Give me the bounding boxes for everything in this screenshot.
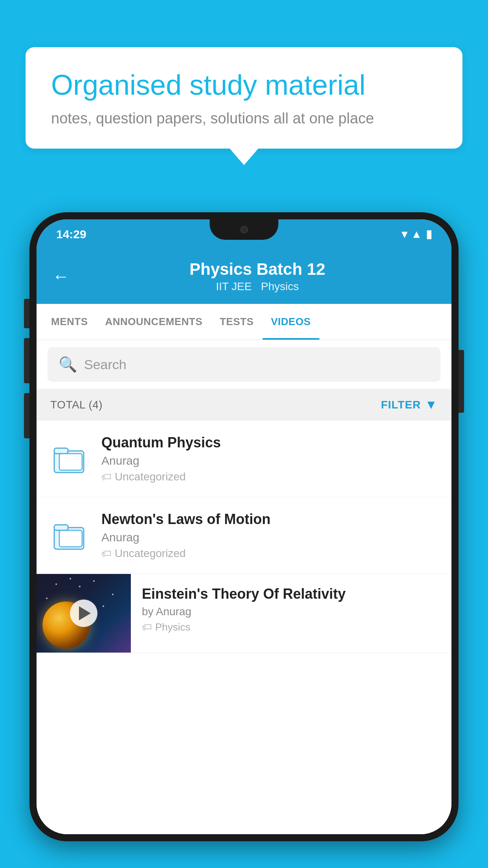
tag-label: Uncategorized bbox=[115, 471, 186, 483]
filter-bar: TOTAL (4) FILTER ▼ bbox=[37, 389, 451, 421]
search-placeholder: Search bbox=[84, 357, 127, 372]
svg-rect-5 bbox=[59, 530, 82, 547]
speech-bubble: Organised study material notes, question… bbox=[26, 47, 462, 149]
filter-button[interactable]: FILTER ▼ bbox=[381, 397, 438, 412]
folder-icon bbox=[52, 518, 88, 553]
tag-icon: 🏷 bbox=[101, 548, 112, 560]
item-info: Quantum Physics Anurag 🏷 Uncategorized bbox=[101, 434, 438, 483]
tag-label: Physics bbox=[155, 621, 191, 633]
header-subtitle-iit: IIT JEE bbox=[216, 280, 251, 292]
header-title: Physics Batch 12 bbox=[79, 260, 436, 279]
item-tag: 🏷 Uncategorized bbox=[101, 547, 438, 560]
status-bar: 14:29 ▾ ▲ ▮ bbox=[37, 219, 451, 249]
video-author: by Anurag bbox=[142, 605, 440, 618]
speech-bubble-area: Organised study material notes, question… bbox=[26, 47, 462, 149]
svg-rect-2 bbox=[59, 454, 82, 470]
search-bar-area: 🔍 Search bbox=[37, 340, 451, 389]
tab-tests[interactable]: TESTS bbox=[211, 304, 262, 340]
item-author: Anurag bbox=[101, 531, 438, 544]
video-title: Einstein's Theory Of Relativity bbox=[142, 586, 440, 602]
folder-icon bbox=[52, 441, 88, 476]
speech-bubble-subtitle: notes, question papers, solutions all at… bbox=[51, 110, 437, 127]
item-author: Anurag bbox=[101, 454, 438, 467]
filter-label: FILTER bbox=[381, 399, 421, 411]
list-area: Quantum Physics Anurag 🏷 Uncategorized bbox=[37, 421, 451, 834]
item-tag: 🏷 Uncategorized bbox=[101, 471, 438, 483]
item-icon-area bbox=[50, 439, 90, 478]
phone-btn-camera bbox=[24, 393, 29, 438]
tag-label: Uncategorized bbox=[115, 547, 186, 560]
list-item[interactable]: Quantum Physics Anurag 🏷 Uncategorized bbox=[37, 421, 451, 497]
tag-icon: 🏷 bbox=[142, 621, 152, 633]
svg-rect-4 bbox=[54, 525, 68, 530]
search-icon: 🔍 bbox=[59, 356, 77, 373]
notch-area: 14:29 ▾ ▲ ▮ bbox=[37, 219, 451, 249]
item-title: Quantum Physics bbox=[101, 434, 438, 451]
item-icon-area bbox=[50, 516, 90, 555]
speech-bubble-title: Organised study material bbox=[51, 69, 437, 101]
wifi-icon: ▾ bbox=[402, 228, 407, 241]
status-time: 14:29 bbox=[56, 228, 86, 241]
filter-icon: ▼ bbox=[425, 397, 438, 412]
header-center: Physics Batch 12 IIT JEE Physics bbox=[79, 260, 436, 293]
phone-btn-power bbox=[459, 350, 464, 413]
signal-icon: ▲ bbox=[411, 228, 422, 241]
search-input-wrapper[interactable]: 🔍 Search bbox=[48, 347, 440, 382]
video-tag: 🏷 Physics bbox=[142, 621, 440, 633]
list-item-video[interactable]: Einstein's Theory Of Relativity by Anura… bbox=[37, 574, 451, 653]
tab-announcements[interactable]: ANNOUNCEMENTS bbox=[97, 304, 211, 340]
tab-ments[interactable]: MENTS bbox=[42, 304, 97, 340]
item-info: Newton's Laws of Motion Anurag 🏷 Uncateg… bbox=[101, 511, 438, 560]
total-count-label: TOTAL (4) bbox=[50, 399, 103, 411]
app-header: ← Physics Batch 12 IIT JEE Physics bbox=[37, 249, 451, 304]
status-icons: ▾ ▲ ▮ bbox=[402, 228, 432, 241]
svg-rect-1 bbox=[54, 448, 68, 454]
video-thumbnail bbox=[37, 574, 131, 653]
header-subtitle: IIT JEE Physics bbox=[79, 280, 436, 293]
play-triangle-icon bbox=[79, 606, 91, 620]
phone-btn-volume-down bbox=[24, 338, 29, 383]
tabs-bar: MENTS ANNOUNCEMENTS TESTS VIDEOS bbox=[37, 304, 451, 340]
item-title: Newton's Laws of Motion bbox=[101, 511, 438, 528]
battery-icon: ▮ bbox=[426, 228, 432, 241]
tag-icon: 🏷 bbox=[101, 471, 112, 483]
video-info: Einstein's Theory Of Relativity by Anura… bbox=[131, 574, 451, 645]
phone-wrapper: 14:29 ▾ ▲ ▮ ← Physics Batch 12 II bbox=[29, 212, 459, 868]
header-subtitle-physics: Physics bbox=[261, 280, 299, 292]
app-content: ← Physics Batch 12 IIT JEE Physics MENTS… bbox=[37, 249, 451, 834]
tab-videos[interactable]: VIDEOS bbox=[262, 304, 319, 340]
back-button[interactable]: ← bbox=[52, 267, 70, 286]
phone-btn-volume-up bbox=[24, 299, 29, 328]
play-button[interactable] bbox=[70, 600, 97, 627]
phone-outer: 14:29 ▾ ▲ ▮ ← Physics Batch 12 II bbox=[29, 212, 459, 841]
phone-inner: 14:29 ▾ ▲ ▮ ← Physics Batch 12 II bbox=[37, 219, 451, 834]
list-item[interactable]: Newton's Laws of Motion Anurag 🏷 Uncateg… bbox=[37, 497, 451, 574]
